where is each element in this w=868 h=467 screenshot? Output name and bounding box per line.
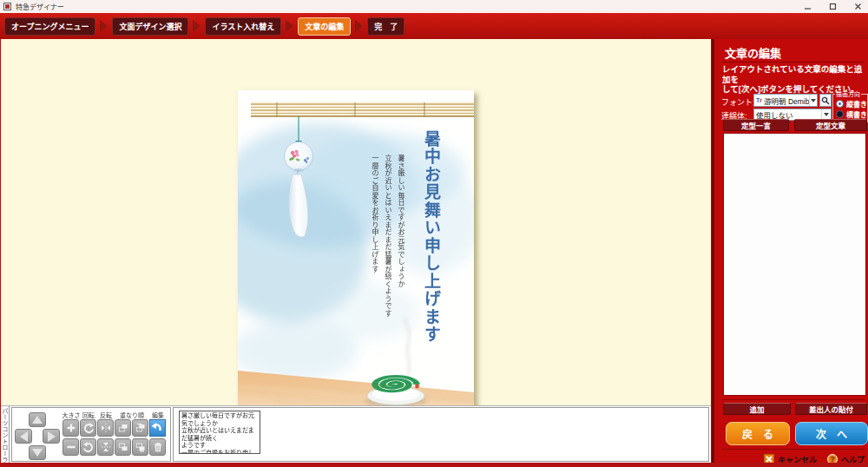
- move-left-button[interactable]: [15, 429, 32, 444]
- panel-title: 文章の編集: [725, 44, 781, 61]
- left-arrow-icon: [20, 431, 28, 442]
- selected-text-panel: 暑さ厳しい毎日ですがお元気でしょうか 立秋が近いとはいえまだまだ猛暑が続く よう…: [173, 407, 709, 462]
- step-text-edit-current[interactable]: 文章の編集: [298, 17, 351, 36]
- truetype-icon: r: [760, 97, 762, 103]
- flip-vertical-icon: [100, 441, 112, 453]
- step-design-select[interactable]: 文面デザイン選択: [112, 17, 188, 36]
- preview-line: ようです: [181, 442, 258, 450]
- design-canvas: 暑中お見舞い申し上げます 暑さ厳しい毎日ですがお元気でしょうか 立秋が近いとはい…: [1, 39, 711, 405]
- divider: [722, 62, 865, 62]
- back-button[interactable]: 戻 る: [726, 422, 790, 445]
- rotate-cw-button[interactable]: [80, 419, 96, 437]
- plus-icon: [65, 422, 77, 434]
- move-down-button[interactable]: [29, 445, 46, 460]
- preview-line: 一層のご自愛をお祈り申し上げます: [181, 450, 258, 455]
- size-decrease-button[interactable]: [62, 438, 79, 456]
- card-greeting-title[interactable]: 暑中お見舞い申し上げます: [420, 130, 444, 363]
- font-select[interactable]: Tr 游明朝 Demibold: [753, 94, 818, 107]
- step-illust-replace[interactable]: イラスト入れ替え: [205, 17, 281, 36]
- minus-icon: [65, 441, 77, 453]
- right-arrow-icon: [48, 431, 56, 442]
- flip-horizontal-icon: [100, 422, 112, 434]
- app-icon: [3, 3, 11, 10]
- edit-group-label: 編集: [142, 411, 174, 419]
- font-value: 游明朝 Demibold: [764, 95, 809, 106]
- card-body-line: 暑さ厳しい毎日ですがお元気でしょうか: [394, 155, 407, 389]
- send-back-icon: [135, 441, 147, 453]
- radio-selected-icon: [836, 100, 844, 108]
- app-window: 特急デザイナー オープニングメニュー 文面デザイン選択 イラスト入れ替え 文章の…: [0, 0, 868, 467]
- bring-forward-icon: [117, 422, 129, 434]
- text-object-list[interactable]: [723, 133, 866, 396]
- send-back-button[interactable]: [132, 438, 148, 456]
- parts-controller-label: パーツコントローラ: [1, 406, 10, 464]
- undo-icon: [150, 420, 162, 432]
- add-button[interactable]: 追加: [723, 403, 791, 415]
- flip-vertical-button[interactable]: [97, 438, 114, 456]
- bring-front-button[interactable]: [132, 419, 148, 437]
- rotate-ccw-icon: [82, 441, 95, 453]
- rotate-ccw-button[interactable]: [80, 438, 96, 456]
- chevron-down-icon: [809, 95, 817, 106]
- send-backward-icon: [117, 441, 129, 453]
- up-arrow-icon: [32, 416, 43, 424]
- font-search-button[interactable]: [819, 94, 832, 107]
- divider: [722, 449, 865, 450]
- down-arrow-icon: [32, 449, 43, 457]
- search-icon: [821, 96, 830, 105]
- card-body-text[interactable]: 暑さ厳しい毎日ですがお元気でしょうか 立秋が近いとはいえまだまだ猛暑が続くようで…: [368, 155, 407, 389]
- next-button[interactable]: 次 へ: [795, 422, 868, 445]
- move-right-button[interactable]: [43, 429, 60, 444]
- title-bar: 特急デザイナー: [0, 0, 868, 13]
- step-finish[interactable]: 完 了: [367, 17, 404, 36]
- direction-groupbox: 描画方向 縦書き 横書き: [832, 89, 868, 122]
- direction-label: 描画方向: [835, 89, 861, 98]
- step-arrow-icon: [286, 20, 293, 32]
- parts-controller-buttons: 大きさ 回転 反転 重なり順 編集: [11, 407, 171, 462]
- bamboo-blind-illustration: [251, 102, 474, 117]
- font-label: フォント:: [721, 96, 755, 108]
- workflow-toolbar: オープニングメニュー 文面デザイン選択 イラスト入れ替え 文章の編集 完 了: [0, 13, 868, 39]
- flip-horizontal-button[interactable]: [97, 419, 114, 437]
- step-opening-menu[interactable]: オープニングメニュー: [4, 17, 95, 36]
- rotate-cw-icon: [82, 422, 95, 434]
- trash-icon: [152, 441, 164, 453]
- coil-lit-tip: [415, 385, 419, 389]
- direction-horizontal-option[interactable]: 横書き: [836, 109, 867, 119]
- move-up-button[interactable]: [29, 412, 46, 427]
- step-arrow-icon: [193, 20, 201, 32]
- radio-unselected-icon: [836, 110, 844, 118]
- minimize-icon[interactable]: [800, 1, 814, 12]
- step-arrow-icon: [100, 20, 108, 32]
- fixed-text-button[interactable]: 定型文章: [794, 119, 867, 131]
- size-increase-button[interactable]: [62, 419, 79, 437]
- maximize-icon[interactable]: [825, 1, 839, 12]
- window-title: 特急デザイナー: [16, 2, 64, 11]
- window-bottom-edge: [0, 463, 868, 467]
- send-backward-button[interactable]: [115, 438, 131, 456]
- selected-text-preview[interactable]: 暑さ厳しい毎日ですがお元気でしょうか 立秋が近いとはいえまだまだ猛暑が続く よう…: [179, 411, 260, 454]
- divider: [722, 399, 865, 400]
- text-edit-panel: 文章の編集 レイアウトされている文章の編集と追加を して[次へ]ボタンを押してく…: [712, 39, 868, 463]
- bring-forward-button[interactable]: [115, 419, 131, 437]
- card-body-line: 立秋が近いとはいえまだまだ猛暑が続くようです: [381, 155, 394, 389]
- sender-paste-button[interactable]: 差出人の貼付: [795, 403, 867, 415]
- step-arrow-icon: [355, 20, 363, 32]
- fixed-phrase-button[interactable]: 定型一言: [723, 119, 789, 131]
- direction-vertical-option[interactable]: 縦書き: [836, 99, 867, 109]
- preview-line: 立秋が近いとはいえまだまだ猛暑が続く: [181, 427, 258, 442]
- parts-controller-panel: パーツコントローラ 大きさ 回転 反転 重なり順 編集: [1, 405, 711, 463]
- postcard-preview[interactable]: 暑中お見舞い申し上げます 暑さ厳しい毎日ですがお元気でしょうか 立秋が近いとはい…: [238, 90, 474, 439]
- card-body-line: 一層のご自愛をお祈り申し上げます: [368, 155, 381, 389]
- preview-line: 暑さ厳しい毎日ですがお元気でしょうか: [181, 412, 258, 427]
- delete-button[interactable]: [149, 438, 166, 456]
- close-icon[interactable]: [851, 1, 865, 12]
- bring-front-icon: [135, 422, 147, 434]
- undo-button[interactable]: [149, 419, 166, 437]
